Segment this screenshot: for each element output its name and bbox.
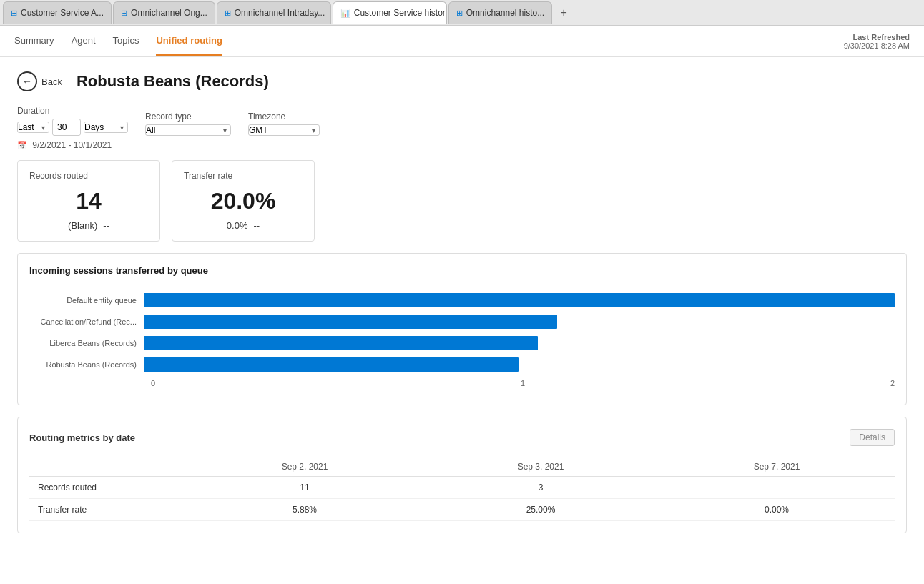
filter-timezone-select[interactable]: GMT (248, 124, 320, 136)
tab-icon-5: ⊞ (456, 9, 463, 18)
browser-tab-3[interactable]: ⊞ Omnichannel Intraday... (217, 1, 331, 24)
date-range-value: 9/2/2021 - 10/1/2021 (32, 140, 112, 150)
table-body: Records routed113Transfer rate5.88%25.00… (29, 477, 895, 521)
bar-chart-title: Incoming sessions transferred by queue (29, 265, 895, 276)
bar-container (144, 336, 895, 350)
details-button[interactable]: Details (850, 429, 895, 446)
routing-table-section: Routing metrics by date Details Sep 2, 2… (17, 417, 907, 533)
tab-topics[interactable]: Topics (113, 26, 139, 56)
new-tab-button[interactable]: + (554, 3, 574, 23)
table-header-row: Sep 2, 2021 Sep 3, 2021 Sep 7, 2021 (29, 457, 895, 477)
bar-rows: Default entity queue Cancellation/Refund… (29, 293, 895, 372)
filter-duration: Duration Last Days Weeks Months (17, 106, 128, 136)
nav-bar: Summary Agent Topics Unified routing Las… (0, 26, 924, 57)
bar-chart-section: Incoming sessions transferred by queue D… (17, 253, 907, 405)
kpi-transfer-rate-title: Transfer rate (184, 171, 303, 181)
calendar-icon: 📅 (17, 141, 27, 149)
last-refreshed: Last Refreshed 9/30/2021 8:28 AM (844, 33, 910, 50)
filter-record-type-label: Record type (145, 112, 231, 122)
routing-table-title: Routing metrics by date (29, 432, 135, 443)
kpi-card-transfer-rate: Transfer rate 20.0% 0.0% -- (172, 160, 315, 242)
table-cell-value: 25.00% (423, 499, 659, 521)
filter-record-type: Record type All (145, 112, 231, 136)
bar-fill (144, 293, 895, 307)
bar-axis: 0 1 2 (144, 379, 895, 387)
table-col-sep2: Sep 2, 2021 (187, 457, 423, 477)
bar-container (144, 293, 895, 307)
main-content: ← Back Robusta Beans (Records) Duration … (0, 57, 924, 584)
filter-duration-label: Duration (17, 106, 128, 116)
table-row: Transfer rate5.88%25.00%0.00% (29, 499, 895, 521)
back-circle-icon: ← (17, 71, 37, 91)
last-refreshed-label: Last Refreshed (844, 33, 910, 41)
bar-axis-2: 2 (647, 379, 895, 387)
table-cell-value: 11 (187, 477, 423, 499)
kpi-records-routed-sub-value: -- (103, 220, 109, 231)
bar-label: Cancellation/Refund (Rec... (29, 317, 144, 326)
table-col-sep3: Sep 3, 2021 (423, 457, 659, 477)
kpi-transfer-rate-sub-value: -- (253, 220, 260, 231)
filter-timezone-wrapper: GMT (248, 124, 320, 136)
bar-chart: Default entity queue Cancellation/Refund… (29, 287, 895, 393)
back-button[interactable]: ← Back (17, 71, 62, 91)
bar-row: Robusta Beans (Records) (29, 357, 895, 372)
table-cell-value (659, 477, 895, 499)
bar-axis-0: 0 (151, 379, 399, 387)
bar-fill (144, 357, 519, 372)
bar-fill (144, 315, 557, 329)
filter-preset-select[interactable]: Last (17, 122, 49, 133)
table-row: Records routed113 (29, 477, 895, 499)
tab-icon-1: ⊞ (11, 9, 17, 18)
filter-unit-wrapper: Days Weeks Months (84, 122, 128, 133)
page-header: ← Back Robusta Beans (Records) (17, 71, 907, 91)
bar-axis-1: 1 (399, 379, 647, 387)
nav-tabs: Summary Agent Topics Unified routing (14, 26, 222, 56)
bar-label: Robusta Beans (Records) (29, 360, 144, 369)
last-refreshed-value: 9/30/2021 8:28 AM (844, 41, 910, 50)
filter-timezone-label: Timezone (248, 112, 320, 122)
bar-row: Liberca Beans (Records) (29, 336, 895, 350)
date-range: 📅 9/2/2021 - 10/1/2021 (17, 140, 907, 150)
tab-icon-3: ⊞ (225, 9, 231, 18)
table-cell-label: Transfer rate (29, 499, 187, 521)
bar-fill (144, 336, 538, 350)
browser-tabs-bar: ⊞ Customer Service A... ⊞ Omnichannel On… (0, 0, 924, 26)
bar-container (144, 315, 895, 329)
tab-summary[interactable]: Summary (14, 26, 54, 56)
back-label: Back (41, 76, 62, 87)
bar-row: Default entity queue (29, 293, 895, 307)
filter-record-type-wrapper: All (145, 124, 231, 136)
kpi-records-routed-value: 14 (29, 188, 148, 214)
tab-icon-4: 📊 (340, 9, 350, 18)
kpi-card-records-routed: Records routed 14 (Blank) -- (17, 160, 160, 242)
table-cell-value: 3 (423, 477, 659, 499)
filter-duration-input[interactable] (52, 119, 81, 136)
bar-container (144, 357, 895, 372)
browser-tab-2[interactable]: ⊞ Omnichannel Ong... (113, 1, 215, 24)
filter-timezone: Timezone GMT (248, 112, 320, 136)
kpi-transfer-rate-sub-label: 0.0% (227, 220, 248, 231)
kpi-transfer-rate-value: 20.0% (184, 188, 303, 214)
filter-duration-controls: Last Days Weeks Months (17, 119, 128, 136)
browser-tab-5[interactable]: ⊞ Omnichannel histo... (448, 1, 552, 24)
bar-label: Liberca Beans (Records) (29, 339, 144, 347)
tab-agent[interactable]: Agent (72, 26, 96, 56)
table-cell-value: 5.88% (187, 499, 423, 521)
page-title: Robusta Beans (Records) (77, 72, 269, 91)
bar-row: Cancellation/Refund (Rec... (29, 315, 895, 329)
table-col-label (29, 457, 187, 477)
filters-row: Duration Last Days Weeks Months R (17, 106, 907, 136)
tab-unified-routing[interactable]: Unified routing (156, 26, 222, 56)
kpi-records-routed-sub: (Blank) -- (29, 220, 148, 231)
browser-tab-4[interactable]: 📊 Customer Service historic... ✕ (333, 1, 447, 24)
kpi-records-routed-title: Records routed (29, 171, 148, 181)
filter-unit-select[interactable]: Days Weeks Months (84, 122, 128, 133)
table-cell-value: 0.00% (659, 499, 895, 521)
filter-record-type-select[interactable]: All (145, 124, 231, 136)
table-section-header: Routing metrics by date Details (29, 429, 895, 446)
table-col-sep7: Sep 7, 2021 (659, 457, 895, 477)
browser-tab-1[interactable]: ⊞ Customer Service A... (3, 1, 112, 24)
filter-preset-wrapper: Last (17, 122, 49, 133)
kpi-transfer-rate-sub: 0.0% -- (184, 220, 303, 231)
kpi-row: Records routed 14 (Blank) -- Transfer ra… (17, 160, 907, 242)
